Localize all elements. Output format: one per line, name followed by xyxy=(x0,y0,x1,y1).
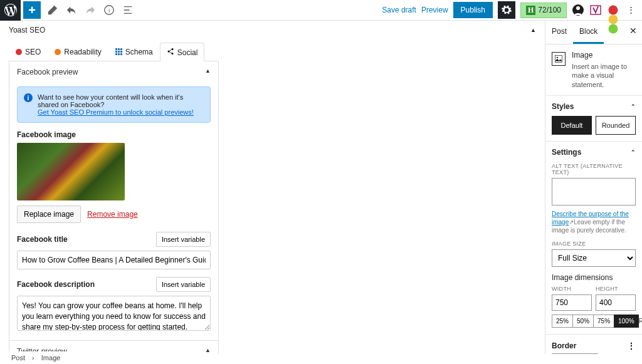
image-block-icon xyxy=(552,52,566,66)
facebook-desc-textarea[interactable]: Yes! You can grow your coffee beans at h… xyxy=(17,296,211,331)
facebook-title-label: Facebook title xyxy=(17,235,68,244)
block-description: Insert an image to make a visual stateme… xyxy=(572,62,636,89)
sidebar-tab-post[interactable]: Post xyxy=(545,21,573,44)
save-draft-link[interactable]: Save draft xyxy=(382,6,416,14)
add-block-button[interactable]: + xyxy=(23,1,41,19)
tab-schema[interactable]: Schema xyxy=(108,42,160,61)
tab-readability[interactable]: Readability xyxy=(48,42,108,61)
svg-rect-10 xyxy=(555,55,562,62)
facebook-info-banner: i Want to see how your content will look… xyxy=(17,86,211,123)
facebook-desc-label: Facebook description xyxy=(17,280,95,289)
avatar-icon[interactable] xyxy=(572,4,584,16)
svg-point-11 xyxy=(557,57,558,58)
pct-100-button[interactable]: 100% xyxy=(614,315,639,328)
preview-link[interactable]: Preview xyxy=(421,6,448,14)
close-sidebar-icon[interactable]: ✕ xyxy=(629,26,637,36)
redo-icon[interactable] xyxy=(85,4,96,16)
sidebar-tab-block[interactable]: Block xyxy=(573,21,604,44)
traffic-light-icon[interactable] xyxy=(607,4,619,16)
reset-dimensions-link[interactable]: Reset xyxy=(639,318,642,325)
settings-section-toggle[interactable]: Settings ⌃ xyxy=(552,148,636,157)
height-input[interactable] xyxy=(596,294,636,311)
settings-gear-icon[interactable] xyxy=(498,1,515,19)
headline-score[interactable]: H72/100 xyxy=(520,3,567,18)
alt-text-label: ALT TEXT (ALTERNATIVE TEXT) xyxy=(552,163,636,175)
width-input[interactable] xyxy=(552,294,592,311)
block-name-label: Image xyxy=(572,51,636,60)
info-icon[interactable]: i xyxy=(103,4,115,16)
facebook-title-input[interactable] xyxy=(17,251,211,269)
outline-icon[interactable] xyxy=(122,4,134,16)
height-label: HEIGHT xyxy=(596,286,636,292)
red-dot-icon xyxy=(16,49,22,55)
style-default-button[interactable]: Default xyxy=(552,116,592,135)
more-options-icon[interactable]: ⋮ xyxy=(624,4,637,16)
facebook-preview-toggle[interactable]: Facebook preview ▲ xyxy=(9,61,218,83)
width-label: WIDTH xyxy=(552,286,592,292)
svg-point-3 xyxy=(576,6,580,10)
pct-25-button[interactable]: 25% xyxy=(552,315,572,328)
alt-help-text: Describe the purpose of the image↗Leave … xyxy=(552,210,636,234)
wordpress-logo[interactable] xyxy=(0,0,21,21)
chevron-up-icon: ▲ xyxy=(205,347,211,354)
undo-icon[interactable] xyxy=(66,4,77,16)
pct-50-button[interactable]: 50% xyxy=(572,315,593,328)
svg-point-9 xyxy=(171,53,173,55)
alt-text-textarea[interactable] xyxy=(552,178,636,205)
image-size-label: IMAGE SIZE xyxy=(552,241,636,247)
pct-75-button[interactable]: 75% xyxy=(593,315,614,328)
replace-image-button[interactable]: Replace image xyxy=(17,205,81,223)
collapse-up-icon[interactable]: ▲ xyxy=(530,27,536,33)
border-options-icon[interactable]: ⋮ xyxy=(627,341,636,351)
breadcrumb: Post › Image xyxy=(0,351,71,354)
info-icon: i xyxy=(24,93,33,102)
edit-icon[interactable] xyxy=(47,4,58,16)
premium-link-facebook[interactable]: Get Yoast SEO Premium to unlock social p… xyxy=(38,108,194,116)
insert-variable-title-button[interactable]: Insert variable xyxy=(156,232,211,247)
image-size-select[interactable]: Full Size xyxy=(552,249,636,267)
svg-point-8 xyxy=(171,48,173,50)
yoast-panel-title: Yoast SEO xyxy=(9,26,45,34)
chevron-up-icon: ⌃ xyxy=(631,103,636,110)
facebook-image-label: Facebook image xyxy=(17,130,211,139)
dimensions-label: Image dimensions xyxy=(552,273,636,282)
yoast-icon[interactable] xyxy=(589,4,602,16)
svg-point-4 xyxy=(609,6,618,15)
facebook-image-preview xyxy=(17,143,125,200)
orange-dot-icon xyxy=(55,49,61,55)
svg-point-7 xyxy=(167,51,169,53)
grid-icon xyxy=(115,48,122,55)
styles-section-toggle[interactable]: Styles ⌃ xyxy=(552,102,636,111)
tab-social[interactable]: Social xyxy=(160,43,205,61)
chevron-up-icon: ⌃ xyxy=(631,149,636,155)
style-rounded-button[interactable]: Rounded xyxy=(596,116,636,135)
chevron-up-icon: ▲ xyxy=(205,68,211,76)
tab-seo[interactable]: SEO xyxy=(9,42,48,61)
remove-image-link[interactable]: Remove image xyxy=(87,210,138,219)
publish-button[interactable]: Publish xyxy=(453,2,493,18)
share-icon xyxy=(167,48,174,57)
svg-text:i: i xyxy=(108,7,110,14)
border-section-toggle[interactable]: Border ⋮ xyxy=(552,341,636,351)
insert-variable-desc-button[interactable]: Insert variable xyxy=(156,277,211,292)
